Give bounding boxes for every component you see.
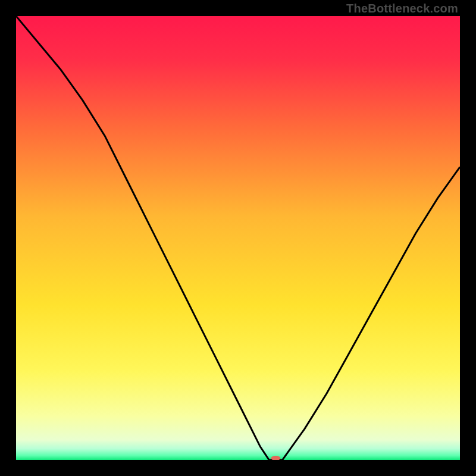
plot-outer [16, 16, 460, 460]
watermark-text: TheBottleneck.com [346, 2, 458, 15]
chart-frame: TheBottleneck.com [0, 0, 476, 476]
bottleneck-chart [16, 16, 460, 460]
gradient-background [16, 16, 460, 460]
